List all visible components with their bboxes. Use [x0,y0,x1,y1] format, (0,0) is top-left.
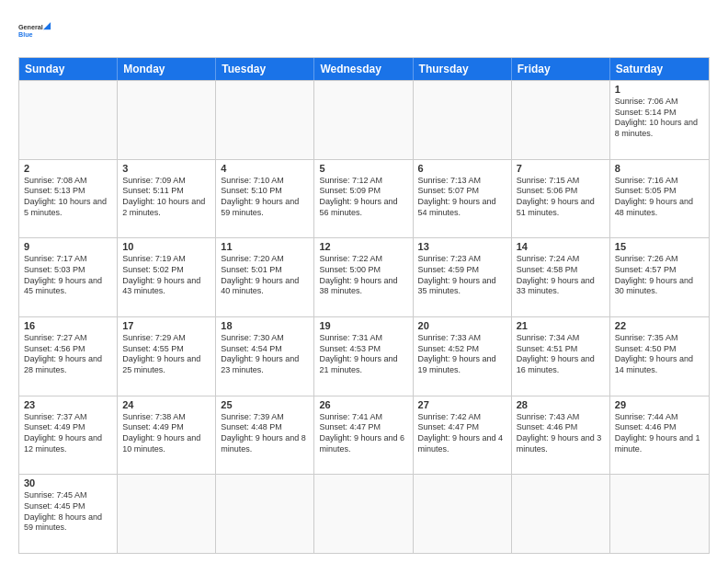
generalblue-logo-icon: GeneralBlue [18,15,51,48]
day-number: 12 [319,241,407,252]
day-info: Sunrise: 7:12 AM Sunset: 5:09 PM Dayligh… [319,176,407,219]
day-info: Sunrise: 7:19 AM Sunset: 5:02 PM Dayligh… [122,254,210,297]
calendar-cell: 12Sunrise: 7:22 AM Sunset: 5:00 PM Dayli… [314,238,413,316]
day-info: Sunrise: 7:42 AM Sunset: 4:47 PM Dayligh… [418,412,506,455]
calendar-cell [414,81,512,159]
weekday-header-thursday: Thursday [414,58,512,80]
weekday-header-friday: Friday [512,58,610,80]
calendar-cell: 22Sunrise: 7:35 AM Sunset: 4:50 PM Dayli… [610,317,709,396]
weekday-header-wednesday: Wednesday [314,58,413,80]
day-number: 21 [517,320,605,331]
day-number: 14 [517,241,605,252]
day-info: Sunrise: 7:10 AM Sunset: 5:10 PM Dayligh… [221,176,309,219]
day-info: Sunrise: 7:22 AM Sunset: 5:00 PM Dayligh… [319,254,407,297]
day-info: Sunrise: 7:41 AM Sunset: 4:47 PM Dayligh… [319,412,407,455]
day-number: 27 [418,399,506,410]
weekday-header-saturday: Saturday [610,58,709,80]
day-info: Sunrise: 7:16 AM Sunset: 5:05 PM Dayligh… [615,176,704,219]
calendar-cell: 25Sunrise: 7:39 AM Sunset: 4:48 PM Dayli… [216,396,314,475]
calendar-cell [19,81,118,159]
calendar-cell: 4Sunrise: 7:10 AM Sunset: 5:10 PM Daylig… [216,160,314,238]
day-info: Sunrise: 7:45 AM Sunset: 4:45 PM Dayligh… [24,490,112,534]
day-info: Sunrise: 7:29 AM Sunset: 4:55 PM Dayligh… [122,333,210,376]
calendar-cell: 27Sunrise: 7:42 AM Sunset: 4:47 PM Dayli… [414,396,512,475]
page: GeneralBlue SundayMondayTuesdayWednesday… [0,0,728,563]
calendar-row-3: 16Sunrise: 7:27 AM Sunset: 4:56 PM Dayli… [19,316,709,396]
day-number: 19 [319,320,407,331]
day-number: 17 [122,320,210,331]
calendar-row-1: 2Sunrise: 7:08 AM Sunset: 5:13 PM Daylig… [19,159,709,238]
day-info: Sunrise: 7:35 AM Sunset: 4:50 PM Dayligh… [615,333,704,376]
calendar-cell: 7Sunrise: 7:15 AM Sunset: 5:06 PM Daylig… [512,160,610,238]
calendar-row-5: 30Sunrise: 7:45 AM Sunset: 4:45 PM Dayli… [19,474,709,553]
svg-text:General: General [18,23,43,31]
day-number: 18 [221,320,309,331]
calendar-cell [118,475,216,553]
calendar-cell: 11Sunrise: 7:20 AM Sunset: 5:01 PM Dayli… [216,238,314,316]
calendar-cell [512,475,610,553]
calendar-cell: 23Sunrise: 7:37 AM Sunset: 4:49 PM Dayli… [19,396,118,475]
calendar-cell [314,81,413,159]
day-info: Sunrise: 7:23 AM Sunset: 4:59 PM Dayligh… [418,254,506,297]
calendar-row-4: 23Sunrise: 7:37 AM Sunset: 4:49 PM Dayli… [19,396,709,475]
day-number: 4 [221,163,309,174]
calendar-cell [610,475,709,553]
calendar-cell [118,81,216,159]
calendar-cell: 21Sunrise: 7:34 AM Sunset: 4:51 PM Dayli… [512,317,610,396]
calendar-cell: 3Sunrise: 7:09 AM Sunset: 5:11 PM Daylig… [118,160,216,238]
day-number: 3 [122,163,210,174]
calendar-cell: 19Sunrise: 7:31 AM Sunset: 4:53 PM Dayli… [314,317,413,396]
day-info: Sunrise: 7:27 AM Sunset: 4:56 PM Dayligh… [24,333,112,376]
day-number: 9 [24,241,112,252]
day-info: Sunrise: 7:34 AM Sunset: 4:51 PM Dayligh… [517,333,605,376]
day-number: 28 [517,399,605,410]
day-info: Sunrise: 7:30 AM Sunset: 4:54 PM Dayligh… [221,333,309,376]
day-number: 22 [615,320,704,331]
day-info: Sunrise: 7:24 AM Sunset: 4:58 PM Dayligh… [517,254,605,297]
day-number: 1 [615,84,704,95]
day-info: Sunrise: 7:06 AM Sunset: 5:14 PM Dayligh… [615,97,704,140]
day-info: Sunrise: 7:37 AM Sunset: 4:49 PM Dayligh… [24,412,112,455]
calendar-cell: 2Sunrise: 7:08 AM Sunset: 5:13 PM Daylig… [19,160,118,238]
weekday-header-monday: Monday [118,58,216,80]
day-number: 20 [418,320,506,331]
weekday-header-tuesday: Tuesday [216,58,314,80]
day-info: Sunrise: 7:38 AM Sunset: 4:49 PM Dayligh… [122,412,210,455]
calendar-cell [314,475,413,553]
day-info: Sunrise: 7:13 AM Sunset: 5:07 PM Dayligh… [418,176,506,219]
calendar-cell: 13Sunrise: 7:23 AM Sunset: 4:59 PM Dayli… [414,238,512,316]
calendar-row-2: 9Sunrise: 7:17 AM Sunset: 5:03 PM Daylig… [19,237,709,316]
calendar-cell: 29Sunrise: 7:44 AM Sunset: 4:46 PM Dayli… [610,396,709,475]
day-number: 29 [615,399,704,410]
day-info: Sunrise: 7:31 AM Sunset: 4:53 PM Dayligh… [319,333,407,376]
day-info: Sunrise: 7:43 AM Sunset: 4:46 PM Dayligh… [517,412,605,455]
day-number: 8 [615,163,704,174]
day-number: 5 [319,163,407,174]
calendar-cell: 6Sunrise: 7:13 AM Sunset: 5:07 PM Daylig… [414,160,512,238]
calendar-cell: 30Sunrise: 7:45 AM Sunset: 4:45 PM Dayli… [19,475,118,553]
day-info: Sunrise: 7:44 AM Sunset: 4:46 PM Dayligh… [615,412,704,455]
day-number: 13 [418,241,506,252]
calendar-cell: 28Sunrise: 7:43 AM Sunset: 4:46 PM Dayli… [512,396,610,475]
day-number: 30 [24,477,112,488]
day-number: 24 [122,399,210,410]
calendar-cell: 16Sunrise: 7:27 AM Sunset: 4:56 PM Dayli… [19,317,118,396]
calendar-cell [512,81,610,159]
day-info: Sunrise: 7:33 AM Sunset: 4:52 PM Dayligh… [418,333,506,376]
calendar-cell: 14Sunrise: 7:24 AM Sunset: 4:58 PM Dayli… [512,238,610,316]
day-number: 25 [221,399,309,410]
day-number: 7 [517,163,605,174]
calendar-cell: 18Sunrise: 7:30 AM Sunset: 4:54 PM Dayli… [216,317,314,396]
calendar-body: 1Sunrise: 7:06 AM Sunset: 5:14 PM Daylig… [19,80,709,553]
day-info: Sunrise: 7:15 AM Sunset: 5:06 PM Dayligh… [517,176,605,219]
logo: GeneralBlue [18,15,51,48]
calendar-cell [414,475,512,553]
day-info: Sunrise: 7:39 AM Sunset: 4:48 PM Dayligh… [221,412,309,455]
day-number: 2 [24,163,112,174]
day-number: 16 [24,320,112,331]
calendar-cell: 8Sunrise: 7:16 AM Sunset: 5:05 PM Daylig… [610,160,709,238]
header: GeneralBlue [18,15,710,48]
day-info: Sunrise: 7:08 AM Sunset: 5:13 PM Dayligh… [24,176,112,219]
day-number: 6 [418,163,506,174]
day-number: 26 [319,399,407,410]
